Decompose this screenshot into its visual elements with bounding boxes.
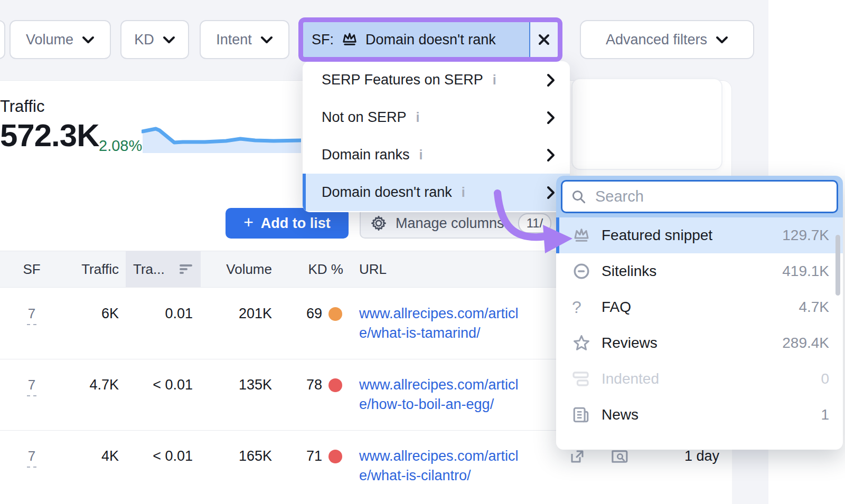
question-icon: ?	[572, 298, 581, 317]
info-icon: i	[416, 110, 420, 125]
external-link-icon[interactable]	[569, 449, 585, 467]
volume-cell: 135K	[209, 375, 272, 395]
column-header-kd[interactable]: KD %	[288, 251, 343, 287]
submenu-item-label: Featured snippet	[602, 227, 782, 244]
menu-item-domain-ranks[interactable]: Domain ranksi	[303, 136, 570, 174]
menu-item-label: Domain doesn't rank	[322, 184, 452, 201]
traffic-pct-cell: < 0.01	[129, 375, 193, 395]
column-header-traffic-pct-label: Tra...	[133, 261, 165, 278]
submenu-item-faq[interactable]: ?FAQ4.7K	[556, 289, 843, 325]
sf-chip-remove-button[interactable]	[529, 22, 558, 57]
menu-item-label: SERP Features on SERP	[322, 72, 483, 88]
star-icon	[572, 334, 591, 353]
search-box[interactable]	[561, 180, 838, 213]
url-link[interactable]: www.allrecipes.com/article/how-to-boil-a…	[359, 375, 560, 414]
kd-difficulty-dot	[328, 307, 342, 321]
column-header-sf[interactable]: SF	[0, 251, 63, 287]
news-icon	[572, 406, 590, 424]
add-to-list-button[interactable]: + Add to list	[226, 208, 349, 239]
volume-cell: 201K	[209, 304, 272, 324]
submenu-item-label: Reviews	[602, 335, 782, 351]
info-icon: i	[493, 72, 496, 88]
submenu-item-label: News	[602, 406, 821, 423]
info-icon: i	[462, 185, 465, 200]
gear-icon	[370, 215, 387, 232]
info-icon: i	[419, 147, 423, 163]
kd-cell: 71	[288, 446, 322, 466]
kd-filter-label: KD	[134, 32, 154, 48]
search-input[interactable]	[595, 188, 828, 205]
intent-filter-button[interactable]: Intent	[200, 20, 289, 59]
menu-item-label: Not on SERP	[322, 109, 407, 126]
chevron-down-icon	[716, 36, 728, 44]
kd-difficulty-dot	[328, 378, 342, 392]
sf-filter-chip-body[interactable]: SF: Domain doesn't rank	[303, 22, 529, 57]
menu-item-label: Domain ranks	[322, 147, 410, 163]
sf-chip-label: Domain doesn't rank	[365, 32, 496, 48]
sf-count-cell[interactable]: 7	[0, 304, 63, 324]
chevron-right-icon	[547, 73, 555, 87]
kd-filter-button[interactable]: KD	[120, 20, 189, 59]
partial-filter-button[interactable]	[0, 20, 5, 59]
chevron-down-icon	[82, 36, 95, 44]
menu-item-serp-features-on-serp[interactable]: SERP Features on SERPi	[303, 61, 570, 99]
add-to-list-label: Add to list	[261, 215, 331, 232]
search-icon	[571, 189, 587, 205]
chevron-right-icon	[547, 148, 555, 162]
submenu-search-section	[556, 176, 843, 217]
menu-item-domain-doesn-t-rank[interactable]: Domain doesn't ranki	[303, 174, 570, 211]
submenu-item-featured-snippet[interactable]: Featured snippet129.7K	[556, 217, 843, 253]
submenu-item-count: 419.1K	[782, 263, 829, 280]
serp-features-filter-page: Volume KD Intent Advanced filters SF: Do…	[0, 0, 845, 504]
traffic-metric-value: 572.3K	[0, 117, 99, 154]
advanced-filters-label: Advanced filters	[606, 32, 707, 48]
volume-cell: 165K	[209, 446, 272, 466]
submenu-item-count: 4.7K	[799, 299, 829, 316]
submenu-item-count: 0	[821, 370, 829, 387]
sf-count-cell[interactable]: 7	[0, 446, 63, 466]
url-link[interactable]: www.allrecipes.com/article/what-is-tamar…	[359, 304, 560, 343]
sf-count-cell[interactable]: 7	[0, 375, 63, 395]
kd-cell: 78	[288, 375, 322, 395]
traffic-cell: 6K	[55, 304, 119, 324]
manage-columns-label: Manage columns	[396, 215, 504, 232]
serp-preview-icon[interactable]	[611, 449, 630, 467]
volume-filter-button[interactable]: Volume	[10, 20, 111, 59]
sf-filter-chip-highlighted[interactable]: SF: Domain doesn't rank	[298, 17, 562, 62]
column-header-traffic[interactable]: Traffic	[55, 251, 119, 287]
kd-difficulty-dot	[328, 450, 342, 463]
indented-icon	[572, 371, 591, 387]
columns-count-badge: 11/	[518, 213, 552, 233]
submenu-item-sitelinks[interactable]: Sitelinks419.1K	[556, 253, 843, 289]
submenu-item-reviews[interactable]: Reviews289.4K	[556, 325, 843, 361]
sf-chip-prefix: SF:	[312, 32, 334, 48]
serp-features-submenu-panel: Featured snippet129.7KSitelinks419.1K?FA…	[556, 176, 843, 450]
submenu-item-label: FAQ	[602, 299, 799, 316]
plus-icon: +	[243, 213, 253, 232]
submenu-item-count: 129.7K	[782, 227, 829, 244]
column-header-traffic-pct-sorted[interactable]: Tra...	[126, 251, 201, 287]
submenu-item-label: Sitelinks	[602, 263, 782, 280]
volume-filter-label: Volume	[26, 32, 73, 48]
chevron-right-icon	[547, 111, 555, 125]
close-icon	[538, 33, 550, 46]
chevron-right-icon	[547, 186, 555, 199]
traffic-pct-cell: < 0.01	[129, 446, 193, 466]
submenu-item-news[interactable]: News1	[556, 397, 843, 433]
traffic-cell: 4.7K	[55, 375, 119, 395]
kd-cell: 69	[288, 304, 322, 324]
chevron-down-icon	[260, 36, 273, 44]
column-header-url[interactable]: URL	[359, 251, 465, 287]
submenu-scrollbar-thumb[interactable]	[835, 235, 840, 296]
url-link[interactable]: www.allrecipes.com/article/what-is-cilan…	[359, 446, 560, 486]
serp-features-dropdown-menu: SERP Features on SERPiNot on SERPiDomain…	[303, 61, 570, 212]
menu-item-not-on-serp[interactable]: Not on SERPi	[303, 99, 570, 136]
intent-filter-label: Intent	[216, 32, 252, 48]
crown-icon	[572, 227, 591, 244]
traffic-sparkline-chart	[142, 126, 301, 155]
advanced-filters-button[interactable]: Advanced filters	[580, 20, 754, 59]
traffic-pct-cell: 0.01	[129, 304, 193, 324]
traffic-metric-label: Traffic	[0, 97, 44, 116]
column-header-volume[interactable]: Volume	[209, 251, 272, 287]
traffic-cell: 4K	[55, 446, 119, 466]
